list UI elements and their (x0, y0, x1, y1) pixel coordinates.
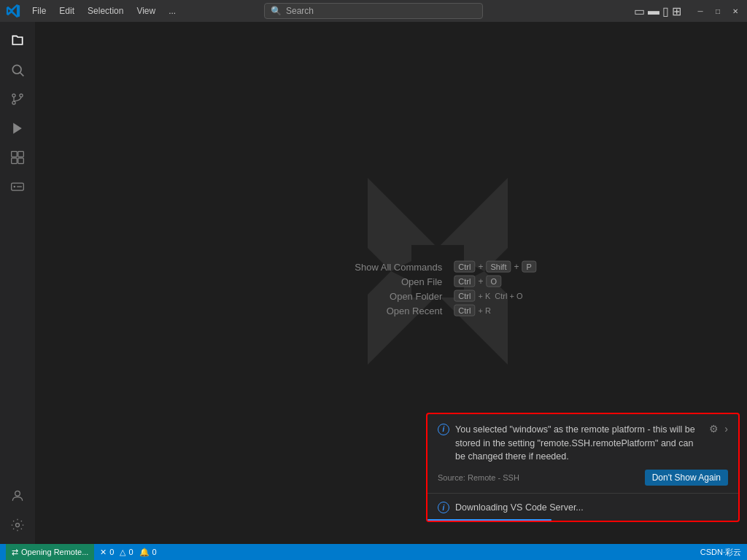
svg-rect-10 (18, 158, 24, 164)
svg-point-12 (14, 186, 16, 188)
titlebar: File Edit Selection View ... 🔍 Search ▭ … (0, 0, 747, 22)
statusbar-errors[interactable]: ✕ 0 △ 0 (100, 548, 133, 557)
command-shortcut-show-all: Ctrl + Shift + P (454, 261, 536, 273)
warning-count: 0 (128, 548, 133, 556)
sidebar-item-extensions[interactable] (4, 144, 31, 171)
command-row-open-recent: Open Recent Ctrl + R (355, 305, 536, 316)
main-content: Show All Commands Ctrl + Shift + P Open … (35, 22, 747, 544)
statusbar-remote-label: Opening Remote... (21, 548, 88, 556)
notification-bell-icon: 🔔 (139, 548, 150, 557)
sidebar-item-account[interactable] (4, 483, 31, 509)
notification-chevron-icon[interactable]: › (724, 423, 728, 435)
svg-rect-7 (12, 152, 18, 158)
activity-bar (0, 22, 35, 544)
command-label-open-folder: Open Folder (355, 290, 442, 301)
notification-gear-icon[interactable]: ⚙ (709, 423, 719, 435)
layout-editor-icon[interactable]: ▯ (662, 4, 669, 18)
search-placeholder: Search (286, 6, 314, 16)
command-row-show-all: Show All Commands Ctrl + Shift + P (355, 261, 536, 273)
layout-panel-icon[interactable]: ▬ (648, 4, 659, 18)
svg-point-14 (15, 491, 20, 496)
error-count: 0 (109, 548, 114, 556)
svg-point-0 (12, 65, 21, 74)
activity-bar-bottom (4, 483, 31, 544)
svg-point-15 (16, 524, 20, 527)
sidebar-item-search[interactable] (4, 57, 31, 83)
notification-panel: i You selected "windows" as the remote p… (426, 413, 740, 522)
statusbar-csdn-label: CSDN·彩云 (700, 547, 741, 558)
maximize-button[interactable]: □ (712, 5, 724, 17)
command-row-open-folder: Open Folder Ctrl + K Ctrl + O (355, 290, 536, 302)
svg-marker-6 (13, 123, 22, 134)
welcome-commands: Show All Commands Ctrl + Shift + P Open … (355, 261, 536, 316)
command-shortcut-open-folder: Ctrl + K Ctrl + O (454, 290, 522, 302)
command-label-open-recent: Open Recent (355, 305, 442, 316)
warning-icon: △ (120, 548, 125, 557)
search-icon: 🔍 (271, 6, 282, 16)
statusbar-right: CSDN·彩云 (700, 547, 741, 558)
command-shortcut-open-recent: Ctrl + R (454, 305, 491, 316)
minimize-button[interactable]: ─ (694, 5, 706, 17)
notification-download: i Downloading VS Code Server... (427, 494, 738, 521)
remote-connection-icon: ⇄ (12, 548, 18, 557)
svg-point-4 (12, 101, 15, 104)
dont-show-again-button[interactable]: Don't Show Again (645, 470, 728, 486)
download-progress-bar (427, 519, 551, 521)
notification-source: Source: Remote - SSH (438, 473, 519, 482)
notification-text: You selected "windows" as the remote pla… (455, 423, 703, 464)
error-icon: ✕ (100, 548, 107, 557)
sidebar-item-explorer[interactable] (4, 28, 31, 54)
notification-main: i You selected "windows" as the remote p… (427, 414, 738, 494)
svg-point-3 (20, 94, 23, 97)
statusbar-notifications[interactable]: 🔔 0 (139, 548, 157, 557)
layout-sidebar-icon[interactable]: ▭ (634, 4, 645, 18)
svg-rect-9 (12, 158, 18, 164)
sidebar-item-source-control[interactable] (4, 86, 31, 112)
command-label-open-file: Open File (355, 276, 442, 287)
sidebar-item-run[interactable] (4, 115, 31, 141)
close-button[interactable]: ✕ (729, 5, 741, 17)
notification-footer: Source: Remote - SSH Don't Show Again (438, 470, 728, 486)
svg-line-1 (20, 73, 24, 77)
vscode-logo-icon (6, 4, 20, 18)
command-shortcut-open-file: Ctrl + O (454, 276, 501, 287)
menu-view[interactable]: View (131, 4, 161, 18)
notification-download-text: Downloading VS Code Server... (455, 502, 584, 513)
svg-rect-8 (18, 152, 24, 158)
notification-count: 0 (152, 548, 157, 556)
statusbar: ⇄ Opening Remote... ✕ 0 △ 0 🔔 0 CSDN·彩云 (0, 544, 747, 560)
notification-header: i You selected "windows" as the remote p… (438, 423, 728, 464)
menu-selection[interactable]: Selection (82, 4, 129, 18)
command-row-open-file: Open File Ctrl + O (355, 276, 536, 287)
sidebar-item-remote[interactable] (4, 174, 31, 200)
info-icon: i (438, 424, 449, 435)
command-label-show-all: Show All Commands (355, 261, 442, 272)
menu-more[interactable]: ... (163, 4, 182, 18)
sidebar-item-settings[interactable] (4, 512, 31, 538)
menu-edit[interactable]: Edit (53, 4, 80, 18)
menu-file[interactable]: File (26, 4, 52, 18)
search-bar[interactable]: 🔍 Search (264, 3, 483, 19)
layout-activity-icon[interactable]: ⊞ (672, 4, 681, 18)
download-info-icon: i (438, 502, 449, 513)
window-controls: ─ □ ✕ (694, 5, 741, 17)
svg-point-2 (12, 94, 15, 97)
statusbar-remote[interactable]: ⇄ Opening Remote... (6, 544, 94, 560)
main-layout: Show All Commands Ctrl + Shift + P Open … (0, 22, 747, 544)
